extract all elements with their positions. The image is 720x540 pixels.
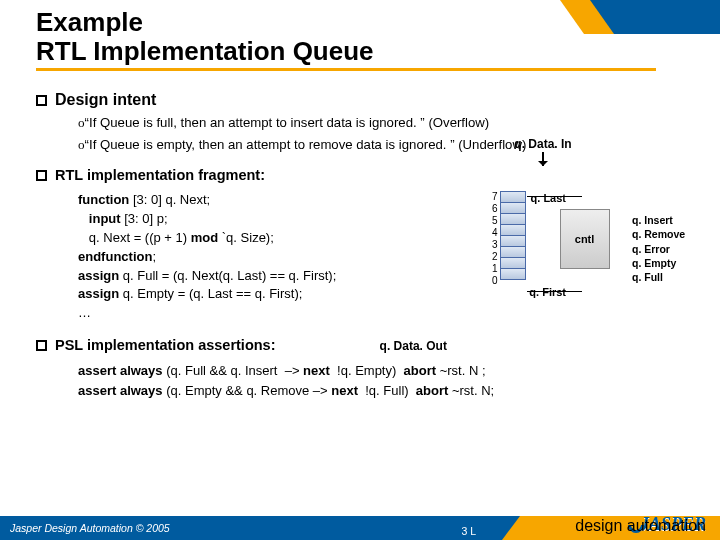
square-bullet-icon bbox=[36, 95, 47, 106]
qlast-label: q. Last bbox=[531, 192, 566, 204]
header-corner bbox=[560, 0, 720, 34]
dataout-label: q. Data. Out bbox=[380, 339, 447, 353]
square-bullet-icon bbox=[36, 170, 47, 181]
signal-labels: q. Insertq. Removeq. Errorq. Emptyq. Ful… bbox=[632, 213, 685, 284]
qfirst-label: q. First bbox=[529, 286, 566, 298]
psl-heading: PSL implementation assertions: q. Data. … bbox=[36, 337, 702, 353]
stack-cells bbox=[500, 191, 526, 287]
page-number: 3 L bbox=[461, 525, 476, 537]
rtl-code-block: function [3: 0] q. Next; input [3: 0] p;… bbox=[78, 191, 472, 323]
footer-copyright: Jasper Design Automation © 2005 bbox=[10, 522, 170, 534]
stack-indices: 76543210 bbox=[492, 191, 498, 287]
slide-title-2: RTL Implementation Queue bbox=[36, 37, 720, 66]
cntl-block: cntl bbox=[560, 209, 610, 269]
jasper-logo-sub: design automation bbox=[575, 517, 706, 535]
datain-label: q. Data. In bbox=[478, 137, 708, 166]
rtl-fragment-heading: RTL implementation fragment: bbox=[36, 167, 702, 183]
queue-diagram: q. Last q. First 76543210 cntl q. Insert… bbox=[472, 191, 702, 323]
circle-bullet-icon: o bbox=[78, 115, 85, 130]
square-bullet-icon bbox=[36, 340, 47, 351]
psl-code-block: assert always (q. Full && q. Insert –> n… bbox=[78, 361, 702, 400]
circle-bullet-icon: o bbox=[78, 137, 85, 152]
design-intent-heading: Design intent bbox=[36, 91, 702, 109]
